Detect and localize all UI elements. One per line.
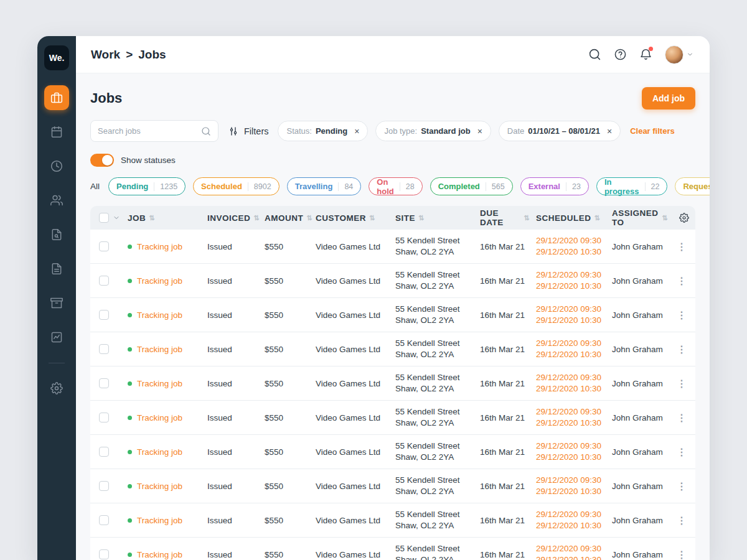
status-filter-travelling[interactable]: Travelling 84 (287, 177, 362, 195)
row-checkbox[interactable] (99, 378, 109, 388)
kebab-menu[interactable]: ⋮ (674, 241, 689, 253)
row-checkbox[interactable] (99, 481, 109, 491)
show-statuses-toggle[interactable] (90, 154, 114, 167)
chart-icon (50, 331, 63, 343)
notifications-button[interactable] (639, 48, 652, 61)
breadcrumb-work[interactable]: Work (91, 48, 120, 62)
status-filter-on-hold[interactable]: On hold 28 (369, 177, 422, 195)
add-job-button[interactable]: Add job (642, 87, 695, 110)
table-row[interactable]: Tracking job Issued $550 Video Games Ltd… (90, 366, 695, 401)
table-row[interactable]: Tracking job Issued $550 Video Games Ltd… (90, 469, 695, 503)
row-checkbox[interactable] (99, 515, 109, 525)
sort-icon: ⇅ (594, 214, 601, 222)
assigned-to-cell: John Graham (612, 379, 674, 388)
status-filter-requested[interactable]: Requested 1 (675, 177, 710, 195)
column-header-scheduled[interactable]: SCHEDULED⇅ (536, 213, 612, 223)
select-all-checkbox[interactable] (99, 213, 109, 223)
job-link[interactable]: Tracking job (137, 379, 182, 388)
row-checkbox[interactable] (99, 549, 109, 559)
customer-cell: Video Games Ltd (316, 550, 395, 559)
sidebar-item-calendar[interactable] (44, 119, 69, 144)
kebab-menu[interactable]: ⋮ (674, 378, 689, 390)
filters-button[interactable]: Filters (228, 126, 268, 137)
close-icon[interactable]: × (477, 127, 482, 136)
sidebar-item-history[interactable] (44, 154, 69, 179)
table-row[interactable]: Tracking job Issued $550 Video Games Ltd… (90, 332, 695, 366)
sidebar-item-analytics[interactable] (44, 325, 69, 350)
column-header-assigned-to[interactable]: ASSIGNED TO⇅ (612, 208, 674, 227)
filter-chip-0[interactable]: Status: Pending × (278, 121, 368, 141)
breadcrumb-separator: > (126, 48, 133, 62)
sidebar-item-reports[interactable] (44, 222, 69, 247)
sidebar-item-archive[interactable] (44, 291, 69, 315)
job-link[interactable]: Tracking job (137, 447, 182, 457)
close-icon[interactable]: × (354, 127, 359, 136)
close-icon[interactable]: × (607, 127, 612, 136)
kebab-menu[interactable]: ⋮ (674, 309, 689, 321)
search-icon[interactable] (588, 48, 601, 61)
kebab-menu[interactable]: ⋮ (674, 549, 689, 560)
kebab-menu[interactable]: ⋮ (674, 480, 689, 492)
column-header-customer[interactable]: CUSTOMER⇅ (316, 213, 395, 223)
job-link[interactable]: Tracking job (137, 242, 182, 251)
chevron-down-icon[interactable] (113, 214, 120, 222)
sidebar-item-customers[interactable] (44, 188, 69, 213)
status-filter-pending[interactable]: Pending 1235 (108, 177, 186, 195)
amount-cell: $550 (265, 276, 316, 286)
status-dot-icon (128, 553, 132, 557)
row-checkbox[interactable] (99, 241, 109, 251)
column-header-site[interactable]: SITE⇅ (395, 213, 480, 223)
table-row[interactable]: Tracking job Issued $550 Video Games Ltd… (90, 538, 695, 560)
table-row[interactable]: Tracking job Issued $550 Video Games Ltd… (90, 298, 695, 332)
row-checkbox[interactable] (99, 276, 109, 286)
scheduled-cell: 29/12/2020 09:3029/12/2020 10:30 (536, 372, 612, 394)
table-row[interactable]: Tracking job Issued $550 Video Games Ltd… (90, 264, 695, 298)
status-filters: All Pending 1235Scheduled 8902Travelling… (90, 177, 695, 195)
briefcase-icon (50, 91, 63, 104)
help-icon[interactable] (614, 48, 627, 61)
filter-chip-2[interactable]: Date 01/10/21 – 08/01/21 × (499, 121, 621, 141)
column-header-amount[interactable]: AMOUNT⇅ (265, 213, 316, 223)
status-filter-completed[interactable]: Completed 565 (430, 177, 513, 195)
kebab-menu[interactable]: ⋮ (674, 412, 689, 424)
table-row[interactable]: Tracking job Issued $550 Video Games Ltd… (90, 401, 695, 435)
status-filter-scheduled[interactable]: Scheduled 8902 (193, 177, 280, 195)
filter-chip-1[interactable]: Job type: Standard job × (375, 121, 491, 141)
sidebar-item-documents[interactable] (44, 256, 69, 281)
job-link[interactable]: Tracking job (137, 550, 182, 559)
status-filter-all[interactable]: All (90, 182, 100, 191)
kebab-menu[interactable]: ⋮ (674, 446, 689, 458)
customer-cell: Video Games Ltd (316, 447, 395, 457)
customer-cell: Video Games Ltd (316, 516, 395, 525)
row-checkbox[interactable] (99, 310, 109, 320)
search-jobs-input[interactable] (98, 126, 196, 136)
scheduled-cell: 29/12/2020 09:3029/12/2020 10:30 (536, 338, 612, 360)
sidebar-item-jobs[interactable] (44, 85, 69, 110)
due-date-cell: 16th Mar 21 (480, 482, 536, 491)
job-link[interactable]: Tracking job (137, 310, 182, 320)
kebab-menu[interactable]: ⋮ (674, 515, 689, 526)
table-row[interactable]: Tracking job Issued $550 Video Games Ltd… (90, 503, 695, 538)
job-link[interactable]: Tracking job (137, 276, 182, 286)
job-link[interactable]: Tracking job (137, 516, 182, 525)
table-row[interactable]: Tracking job Issued $550 Video Games Ltd… (90, 435, 695, 469)
row-checkbox[interactable] (99, 413, 109, 422)
job-link[interactable]: Tracking job (137, 482, 182, 491)
status-filter-in-progress[interactable]: In progress 22 (596, 177, 668, 195)
sliders-icon (228, 126, 239, 137)
sidebar-item-settings[interactable] (44, 376, 69, 401)
kebab-menu[interactable]: ⋮ (674, 343, 689, 355)
column-header-job[interactable]: JOB⇅ (128, 213, 207, 223)
kebab-menu[interactable]: ⋮ (674, 275, 689, 287)
table-settings-icon[interactable] (679, 213, 689, 223)
user-menu[interactable] (665, 45, 693, 64)
column-header-invoiced[interactable]: INVOICED⇅ (207, 213, 265, 223)
job-link[interactable]: Tracking job (137, 345, 182, 354)
status-filter-external[interactable]: External 23 (520, 177, 589, 195)
column-header-due-date[interactable]: DUE DATE⇅ (480, 208, 536, 227)
job-link[interactable]: Tracking job (137, 413, 182, 422)
clear-filters-button[interactable]: Clear filters (630, 126, 675, 136)
table-row[interactable]: Tracking job Issued $550 Video Games Ltd… (90, 230, 695, 264)
row-checkbox[interactable] (99, 344, 109, 354)
row-checkbox[interactable] (99, 447, 109, 457)
